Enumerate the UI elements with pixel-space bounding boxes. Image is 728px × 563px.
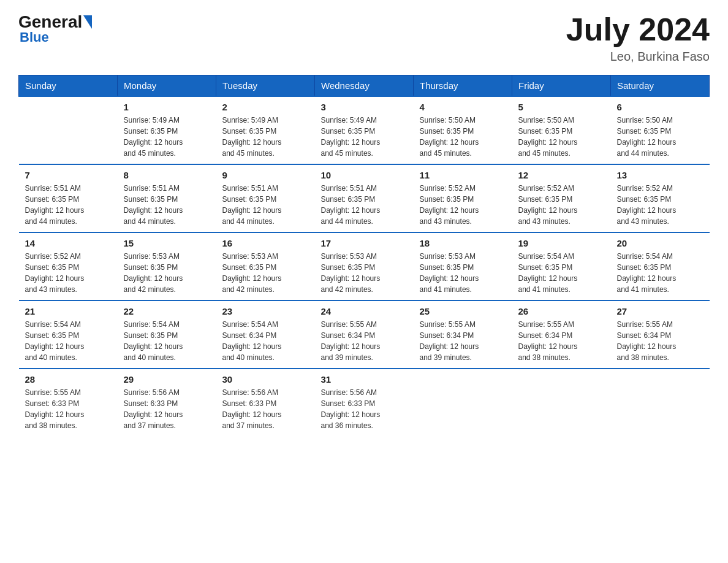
calendar-cell: 31Sunrise: 5:56 AMSunset: 6:33 PMDayligh… xyxy=(315,369,414,436)
day-number: 12 xyxy=(518,170,605,180)
day-info: Sunrise: 5:50 AMSunset: 6:35 PMDaylight:… xyxy=(420,115,506,159)
calendar-cell: 10Sunrise: 5:51 AMSunset: 6:35 PMDayligh… xyxy=(315,164,414,232)
logo-triangle-icon xyxy=(83,15,92,29)
day-info: Sunrise: 5:56 AMSunset: 6:33 PMDaylight:… xyxy=(124,387,210,431)
day-number: 20 xyxy=(617,238,703,248)
calendar-cell: 26Sunrise: 5:55 AMSunset: 6:34 PMDayligh… xyxy=(512,301,611,369)
title-block: July 2024 Leo, Burkina Faso xyxy=(566,12,710,64)
day-info: Sunrise: 5:51 AMSunset: 6:35 PMDaylight:… xyxy=(25,183,112,227)
day-info: Sunrise: 5:49 AMSunset: 6:35 PMDaylight:… xyxy=(222,115,309,159)
day-info: Sunrise: 5:54 AMSunset: 6:35 PMDaylight:… xyxy=(518,251,605,295)
column-header-friday: Friday xyxy=(512,75,611,97)
calendar-cell xyxy=(611,369,710,436)
logo: General Blue xyxy=(18,12,93,45)
calendar-cell: 19Sunrise: 5:54 AMSunset: 6:35 PMDayligh… xyxy=(512,232,611,301)
calendar-cell: 18Sunrise: 5:53 AMSunset: 6:35 PMDayligh… xyxy=(414,232,512,301)
calendar-cell: 20Sunrise: 5:54 AMSunset: 6:35 PMDayligh… xyxy=(611,232,710,301)
calendar-cell: 16Sunrise: 5:53 AMSunset: 6:35 PMDayligh… xyxy=(216,232,315,301)
calendar-cell xyxy=(414,369,512,436)
day-info: Sunrise: 5:55 AMSunset: 6:33 PMDaylight:… xyxy=(25,387,112,431)
day-number: 9 xyxy=(222,170,309,180)
column-header-monday: Monday xyxy=(118,75,216,97)
day-number: 25 xyxy=(420,306,506,316)
day-number: 24 xyxy=(321,306,408,316)
day-number: 23 xyxy=(222,306,309,316)
calendar-week-5: 28Sunrise: 5:55 AMSunset: 6:33 PMDayligh… xyxy=(19,369,710,436)
day-number: 6 xyxy=(617,102,703,112)
calendar-cell: 15Sunrise: 5:53 AMSunset: 6:35 PMDayligh… xyxy=(118,232,216,301)
day-info: Sunrise: 5:56 AMSunset: 6:33 PMDaylight:… xyxy=(222,387,309,431)
day-info: Sunrise: 5:56 AMSunset: 6:33 PMDaylight:… xyxy=(321,387,408,431)
day-number: 11 xyxy=(420,170,506,180)
day-number: 22 xyxy=(124,306,210,316)
day-info: Sunrise: 5:52 AMSunset: 6:35 PMDaylight:… xyxy=(617,183,703,227)
calendar-cell: 30Sunrise: 5:56 AMSunset: 6:33 PMDayligh… xyxy=(216,369,315,436)
day-info: Sunrise: 5:54 AMSunset: 6:35 PMDaylight:… xyxy=(25,319,112,363)
calendar-cell: 27Sunrise: 5:55 AMSunset: 6:34 PMDayligh… xyxy=(611,301,710,369)
calendar-cell: 28Sunrise: 5:55 AMSunset: 6:33 PMDayligh… xyxy=(19,369,118,436)
day-info: Sunrise: 5:52 AMSunset: 6:35 PMDaylight:… xyxy=(25,251,112,295)
column-header-wednesday: Wednesday xyxy=(315,75,414,97)
day-number: 29 xyxy=(124,374,210,385)
day-info: Sunrise: 5:52 AMSunset: 6:35 PMDaylight:… xyxy=(518,183,605,227)
day-info: Sunrise: 5:51 AMSunset: 6:35 PMDaylight:… xyxy=(321,183,408,227)
calendar-cell: 24Sunrise: 5:55 AMSunset: 6:34 PMDayligh… xyxy=(315,301,414,369)
calendar-table: SundayMondayTuesdayWednesdayThursdayFrid… xyxy=(18,75,710,436)
day-number: 19 xyxy=(518,238,605,248)
calendar-week-2: 7Sunrise: 5:51 AMSunset: 6:35 PMDaylight… xyxy=(19,164,710,232)
day-number: 30 xyxy=(222,374,309,385)
day-number: 2 xyxy=(222,102,309,112)
day-info: Sunrise: 5:53 AMSunset: 6:35 PMDaylight:… xyxy=(420,251,506,295)
column-header-thursday: Thursday xyxy=(414,75,512,97)
calendar-location: Leo, Burkina Faso xyxy=(566,50,710,64)
calendar-week-4: 21Sunrise: 5:54 AMSunset: 6:35 PMDayligh… xyxy=(19,301,710,369)
day-info: Sunrise: 5:53 AMSunset: 6:35 PMDaylight:… xyxy=(321,251,408,295)
day-info: Sunrise: 5:49 AMSunset: 6:35 PMDaylight:… xyxy=(321,115,408,159)
calendar-cell: 5Sunrise: 5:50 AMSunset: 6:35 PMDaylight… xyxy=(512,96,611,164)
calendar-cell: 7Sunrise: 5:51 AMSunset: 6:35 PMDaylight… xyxy=(19,164,118,232)
day-number: 17 xyxy=(321,238,408,248)
day-number: 10 xyxy=(321,170,408,180)
calendar-cell: 13Sunrise: 5:52 AMSunset: 6:35 PMDayligh… xyxy=(611,164,710,232)
day-number: 7 xyxy=(25,170,112,180)
day-number: 27 xyxy=(617,306,703,316)
calendar-week-1: 1Sunrise: 5:49 AMSunset: 6:35 PMDaylight… xyxy=(19,96,710,164)
day-number: 3 xyxy=(321,102,408,112)
day-info: Sunrise: 5:55 AMSunset: 6:34 PMDaylight:… xyxy=(617,319,703,363)
column-header-sunday: Sunday xyxy=(19,75,118,97)
day-number: 8 xyxy=(124,170,210,180)
calendar-cell: 21Sunrise: 5:54 AMSunset: 6:35 PMDayligh… xyxy=(19,301,118,369)
day-info: Sunrise: 5:55 AMSunset: 6:34 PMDaylight:… xyxy=(518,319,605,363)
calendar-cell: 8Sunrise: 5:51 AMSunset: 6:35 PMDaylight… xyxy=(118,164,216,232)
day-number: 21 xyxy=(25,306,112,316)
day-number: 31 xyxy=(321,374,408,385)
day-info: Sunrise: 5:54 AMSunset: 6:35 PMDaylight:… xyxy=(617,251,703,295)
day-number: 28 xyxy=(25,374,112,385)
calendar-cell: 9Sunrise: 5:51 AMSunset: 6:35 PMDaylight… xyxy=(216,164,315,232)
day-number: 15 xyxy=(124,238,210,248)
calendar-cell: 12Sunrise: 5:52 AMSunset: 6:35 PMDayligh… xyxy=(512,164,611,232)
calendar-cell: 22Sunrise: 5:54 AMSunset: 6:35 PMDayligh… xyxy=(118,301,216,369)
day-info: Sunrise: 5:53 AMSunset: 6:35 PMDaylight:… xyxy=(124,251,210,295)
calendar-cell: 2Sunrise: 5:49 AMSunset: 6:35 PMDaylight… xyxy=(216,96,315,164)
day-number: 4 xyxy=(420,102,506,112)
logo-blue-text: Blue xyxy=(20,29,49,45)
day-number: 1 xyxy=(124,102,210,112)
day-number: 13 xyxy=(617,170,703,180)
calendar-cell: 6Sunrise: 5:50 AMSunset: 6:35 PMDaylight… xyxy=(611,96,710,164)
day-info: Sunrise: 5:55 AMSunset: 6:34 PMDaylight:… xyxy=(420,319,506,363)
calendar-title: July 2024 xyxy=(566,12,710,47)
day-info: Sunrise: 5:54 AMSunset: 6:34 PMDaylight:… xyxy=(222,319,309,363)
calendar-cell: 11Sunrise: 5:52 AMSunset: 6:35 PMDayligh… xyxy=(414,164,512,232)
calendar-header-row: SundayMondayTuesdayWednesdayThursdayFrid… xyxy=(19,75,710,97)
day-info: Sunrise: 5:54 AMSunset: 6:35 PMDaylight:… xyxy=(124,319,210,363)
calendar-cell: 1Sunrise: 5:49 AMSunset: 6:35 PMDaylight… xyxy=(118,96,216,164)
calendar-cell: 3Sunrise: 5:49 AMSunset: 6:35 PMDaylight… xyxy=(315,96,414,164)
day-info: Sunrise: 5:50 AMSunset: 6:35 PMDaylight:… xyxy=(617,115,703,159)
day-info: Sunrise: 5:51 AMSunset: 6:35 PMDaylight:… xyxy=(222,183,309,227)
calendar-cell: 23Sunrise: 5:54 AMSunset: 6:34 PMDayligh… xyxy=(216,301,315,369)
day-info: Sunrise: 5:53 AMSunset: 6:35 PMDaylight:… xyxy=(222,251,309,295)
calendar-cell xyxy=(512,369,611,436)
calendar-cell: 4Sunrise: 5:50 AMSunset: 6:35 PMDaylight… xyxy=(414,96,512,164)
column-header-tuesday: Tuesday xyxy=(216,75,315,97)
